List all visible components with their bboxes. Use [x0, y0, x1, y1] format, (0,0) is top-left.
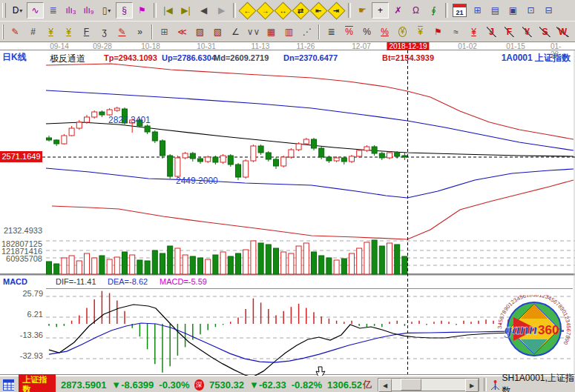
shenzhen-index-percent: -0.82% [292, 379, 322, 391]
shanghai-index-badge[interactable]: 上证指数 [19, 374, 56, 392]
scroll-right-button[interactable]: ▶ [465, 379, 479, 392]
shanghai-index-price: 2873.5901 [61, 379, 106, 391]
antenna-icon [490, 379, 499, 391]
status-bar: 上证指数 2873.5901 ▼-8.6399 -0.30% 深 7530.32… [0, 376, 575, 392]
statusbar-separator [484, 378, 487, 391]
current-symbol-code: SH1A0001,上证指数 [502, 372, 575, 392]
annotation-high-price: 2827.3401 [108, 115, 151, 125]
quote-grid-icon[interactable] [3, 379, 14, 391]
turnover-unit: 亿 [363, 379, 372, 391]
turnover-value: 1306.52 [327, 379, 362, 391]
shenzhen-index-change: ▼-62.33 [249, 379, 286, 391]
scrollbar-thumb[interactable] [401, 379, 421, 391]
scrollbar-track[interactable] [392, 379, 465, 391]
annotation-low-price: 2449.2000 [176, 176, 218, 186]
gann360-logo: 34567890123456789012345678901234567890 g… [496, 295, 575, 365]
shanghai-index-change: ▼-8.6399 [111, 379, 154, 391]
main-chart[interactable] [0, 0, 575, 392]
cursor-date-label: 2018-12-19 [387, 42, 429, 50]
shenzhen-index-price: 7530.32 [209, 379, 244, 391]
horizontal-scrollbar[interactable]: ◀ ▶ [378, 378, 479, 391]
scroll-left-button[interactable]: ◀ [378, 379, 392, 392]
logo-brand-text: gann [504, 320, 537, 338]
shanghai-index-percent: -0.30% [159, 379, 189, 391]
last-price-tag: 2571.1649 [0, 151, 42, 162]
logo-number-text: 360 [538, 323, 559, 337]
shenzhen-badge[interactable]: 深 [194, 379, 205, 391]
